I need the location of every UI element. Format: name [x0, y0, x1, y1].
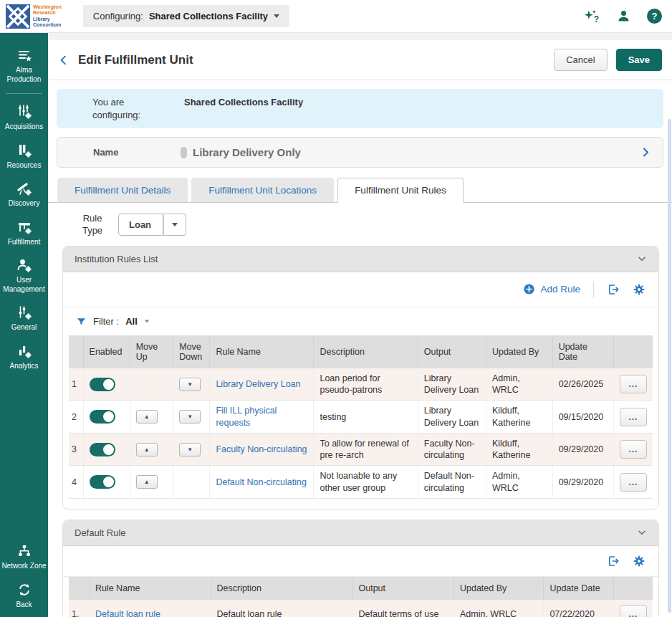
- settings-gear-icon[interactable]: [633, 555, 645, 568]
- sidebar-item-resources[interactable]: Resources: [0, 137, 48, 176]
- table-row: 1 ▼ Library Delivery Loan Loan period fo…: [69, 368, 653, 401]
- help-icon[interactable]: ?: [647, 9, 662, 24]
- fulfillment-icon: [16, 219, 33, 236]
- sidebar-item-back[interactable]: Back: [0, 576, 48, 615]
- enabled-toggle[interactable]: [90, 475, 115, 489]
- save-button[interactable]: Save: [616, 49, 662, 71]
- sidebar-item-acquisitions[interactable]: Acquisitions: [0, 98, 48, 137]
- settings-gear-icon[interactable]: [633, 283, 645, 296]
- col-move-down: Move Down: [173, 335, 210, 368]
- rule-description: To allow for renewal of pre re-arch: [314, 433, 418, 466]
- filter-value[interactable]: All: [125, 316, 138, 327]
- chevron-down-icon[interactable]: [145, 320, 149, 322]
- add-rule-button[interactable]: Add Rule: [523, 283, 580, 295]
- tab-fulfillment-unit-rules[interactable]: Fulfillment Unit Rules: [337, 178, 464, 203]
- col-updated-by: Updated By: [486, 335, 552, 368]
- move-down-icon: ▼: [187, 446, 193, 453]
- rule-update-date: 07/22/2020: [544, 600, 614, 617]
- chevron-down-icon[interactable]: [637, 254, 647, 264]
- enabled-toggle[interactable]: [90, 410, 115, 424]
- move-up-button[interactable]: ▲: [136, 475, 158, 489]
- rule-type-dropdown[interactable]: Loan: [118, 214, 186, 236]
- institution-rules-header[interactable]: Institution Rules List: [63, 247, 658, 272]
- rule-name-link[interactable]: Fill ILL physical requests: [216, 406, 277, 427]
- rule-description: Not loanable to any other user group: [314, 466, 418, 499]
- plus-circle-icon: [523, 283, 535, 295]
- sidebar-item-fulfillment[interactable]: Fulfillment: [0, 214, 48, 252]
- sidebar-item-discovery[interactable]: Discovery: [0, 175, 48, 214]
- scrollbar[interactable]: [668, 119, 671, 613]
- institution-rules-panel: Institution Rules List Add Rule: [62, 246, 659, 510]
- move-up-button[interactable]: ▲: [136, 443, 158, 456]
- institution-rules-toolbar: Add Rule: [63, 272, 658, 307]
- col-output: Output: [418, 335, 486, 368]
- user-account-icon[interactable]: [616, 9, 631, 24]
- banner-label: You are configuring:: [92, 96, 171, 121]
- move-down-button[interactable]: ▼: [179, 443, 201, 456]
- default-rule-title: Default Rule: [75, 527, 126, 538]
- configuring-label: Configuring:: [93, 11, 143, 21]
- row-number: 3: [69, 433, 83, 466]
- sidebar-item-network-zone[interactable]: Network Zone: [0, 537, 48, 576]
- move-down-icon: ▼: [187, 381, 193, 388]
- col-update-date: Update Date: [552, 335, 613, 368]
- row-actions-button[interactable]: ...: [620, 605, 647, 617]
- rule-type-field: Rule Type Loan: [77, 213, 672, 237]
- chevron-right-icon[interactable]: [640, 147, 651, 158]
- name-field-row: Name Library Delivery Only: [57, 137, 663, 168]
- row-actions-button[interactable]: ...: [620, 440, 647, 459]
- rule-output: Default terms of use: [352, 600, 453, 617]
- analytics-icon: [16, 343, 33, 360]
- rule-name-link[interactable]: Faculty Non-circulating: [216, 444, 307, 454]
- rule-type-label: Rule Type: [77, 213, 108, 237]
- row-actions-button[interactable]: ...: [620, 375, 647, 393]
- export-icon[interactable]: [607, 555, 620, 568]
- rule-name-link[interactable]: Default loan rule: [95, 609, 160, 617]
- row-actions-button[interactable]: ...: [620, 408, 647, 426]
- rule-update-date: 09/29/2020: [552, 466, 613, 499]
- row-number: 1.: [69, 600, 89, 617]
- sidebar-item-alma-production[interactable]: Alma Production: [0, 42, 48, 89]
- move-down-button[interactable]: ▼: [179, 410, 201, 424]
- filter-icon[interactable]: [76, 316, 87, 327]
- rule-name-link[interactable]: Default Non-circulating: [216, 477, 306, 487]
- configuring-value: Shared Collections Facility: [149, 11, 268, 21]
- rule-output: Faculty Non-circulating: [418, 433, 486, 466]
- back-chevron-icon[interactable]: [58, 54, 69, 66]
- rule-type-value: Loan: [118, 214, 163, 236]
- chevron-down-icon[interactable]: [637, 527, 647, 537]
- table-header-row: Rule Name Description Output Updated By …: [69, 577, 653, 600]
- list-star-icon: [16, 47, 33, 64]
- move-down-button[interactable]: ▼: [179, 378, 201, 391]
- sidebar-item-analytics[interactable]: Analytics: [0, 338, 48, 376]
- filter-label: Filter :: [93, 316, 119, 327]
- tab-fulfillment-unit-locations[interactable]: Fulfillment Unit Locations: [191, 178, 334, 202]
- ai-help-icon[interactable]: ?: [583, 9, 600, 24]
- row-actions-button[interactable]: ...: [620, 473, 647, 492]
- drag-handle-icon: [181, 147, 187, 158]
- move-up-button[interactable]: ▲: [136, 410, 158, 424]
- rule-name-link[interactable]: Library Delivery Loan: [216, 379, 300, 389]
- top-bar: Washington Research Library Consortium C…: [0, 0, 672, 33]
- sidebar-item-general[interactable]: General: [0, 299, 48, 338]
- col-enabled: Enabled: [83, 335, 130, 368]
- chevron-down-icon: [274, 14, 279, 18]
- institution-rules-title: Institution Rules List: [75, 254, 158, 264]
- rule-update-date: 09/29/2020: [552, 433, 613, 466]
- wrlc-logo: Washington Research Library Consortium: [6, 4, 62, 29]
- rule-updated-by: Admin, WRLC: [453, 600, 543, 617]
- cancel-button[interactable]: Cancel: [554, 49, 607, 71]
- divider: [593, 281, 594, 298]
- table-row: 1. Default loan rule Default loan rule D…: [69, 600, 653, 617]
- network-icon: [16, 542, 33, 560]
- tab-bar: Fulfillment Unit Details Fulfillment Uni…: [48, 178, 672, 203]
- row-number: 2: [69, 401, 83, 434]
- tab-fulfillment-unit-details[interactable]: Fulfillment Unit Details: [57, 178, 188, 202]
- export-icon[interactable]: [607, 283, 620, 296]
- enabled-toggle[interactable]: [90, 378, 115, 391]
- sidebar-item-user-management[interactable]: User Management: [0, 252, 48, 299]
- configuring-dropdown[interactable]: Configuring: Shared Collections Facility: [83, 5, 289, 27]
- enabled-toggle[interactable]: [90, 443, 115, 456]
- general-icon: [16, 304, 33, 321]
- default-rule-header[interactable]: Default Rule: [63, 520, 658, 546]
